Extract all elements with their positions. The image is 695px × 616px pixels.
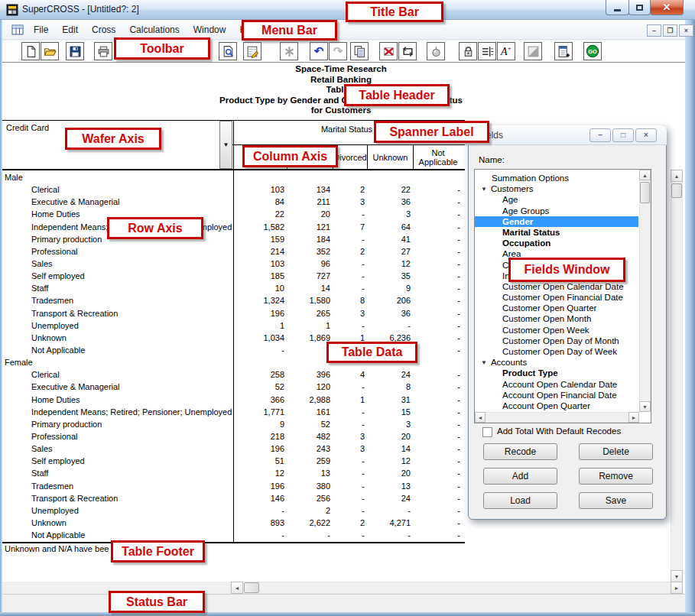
table-cell[interactable]: 10	[233, 282, 289, 294]
table-cell[interactable]: 2	[335, 517, 369, 529]
table-cell[interactable]: -	[335, 258, 369, 270]
table-cell[interactable]: -	[335, 233, 369, 245]
font-size-button[interactable]: A+	[497, 42, 515, 60]
table-cell[interactable]: -	[369, 319, 415, 332]
table-cell[interactable]: -	[289, 529, 335, 541]
open-folder-button[interactable]	[41, 42, 59, 60]
table-cell[interactable]: 13	[369, 480, 415, 492]
row-label[interactable]: Professional	[2, 430, 233, 443]
table-cell[interactable]: 12	[369, 258, 415, 270]
mdi-minimize-button[interactable]: –	[647, 24, 661, 37]
scroll-down-button[interactable]: ▼	[671, 570, 683, 582]
fields-scroll-up-button[interactable]: ▲	[639, 170, 651, 180]
add-total-checkbox[interactable]	[482, 427, 492, 437]
table-cell[interactable]: 2	[289, 504, 335, 517]
table-cell[interactable]: 893	[233, 517, 289, 529]
save-button[interactable]: Save	[579, 492, 653, 509]
jacks-button[interactable]	[280, 42, 298, 60]
row-label[interactable]: Tradesmen	[2, 480, 233, 492]
delete-button[interactable]: Delete	[579, 443, 653, 460]
column-header[interactable]: Not Applicable	[413, 145, 463, 170]
table-cell[interactable]: 366	[233, 394, 289, 406]
table-cell[interactable]: 3	[335, 443, 369, 455]
table-cell[interactable]: 3	[369, 208, 415, 220]
table-cell[interactable]: 41	[369, 233, 415, 245]
field-item[interactable]: Marital Status	[475, 227, 638, 238]
table-cell[interactable]: 22	[233, 208, 289, 220]
row-label[interactable]: Staff	[2, 467, 233, 479]
table-cell[interactable]: -	[415, 282, 465, 294]
menu-calculations[interactable]: Calculations	[122, 21, 186, 38]
table-cell[interactable]: 13	[289, 467, 335, 479]
table-cell[interactable]: -	[415, 344, 465, 356]
swatch-button[interactable]	[524, 42, 542, 60]
table-cell[interactable]: 8	[369, 381, 415, 393]
table-cell[interactable]: 265	[289, 307, 335, 319]
row-label[interactable]: Not Applicable	[2, 529, 233, 541]
row-label[interactable]: Unemployed	[2, 504, 233, 517]
print-preview-button[interactable]	[219, 42, 237, 60]
table-cell[interactable]: 2,622	[289, 517, 335, 529]
table-cell[interactable]: 3	[369, 418, 415, 430]
table-cell[interactable]: 51	[233, 455, 289, 467]
table-cell[interactable]: 15	[369, 406, 415, 418]
table-cell[interactable]	[289, 171, 335, 183]
table-cell[interactable]: 103	[233, 183, 289, 196]
field-item[interactable]: ▼Accounts	[475, 357, 638, 368]
table-cell[interactable]: 8	[335, 294, 369, 306]
fields-close-button[interactable]: ×	[635, 128, 657, 142]
table-cell[interactable]: -	[415, 294, 465, 306]
row-label[interactable]: Executive & Managerial	[2, 381, 233, 393]
table-cell[interactable]: 196	[233, 443, 289, 455]
table-cell[interactable]: 1,771	[233, 406, 289, 418]
table-cell[interactable]: 9	[233, 418, 289, 430]
table-cell[interactable]: 196	[233, 480, 289, 492]
close-button[interactable]: ✕	[650, 0, 684, 15]
table-cell[interactable]: -	[415, 430, 465, 443]
scroll-right-button[interactable]: ►	[671, 582, 683, 594]
row-label[interactable]: Unemployed	[2, 319, 233, 332]
horizontal-scroll-thumb[interactable]	[244, 582, 259, 593]
table-cell[interactable]: 3	[335, 430, 369, 443]
table-cell[interactable]: -	[369, 504, 415, 517]
row-label[interactable]: Professional	[2, 245, 233, 258]
table-cell[interactable]: 1,580	[289, 294, 335, 306]
fields-scroll-down-button[interactable]: ▼	[639, 401, 651, 412]
table-cell[interactable]: -	[415, 233, 465, 245]
table-cell[interactable]: 7	[335, 221, 369, 233]
table-cell[interactable]: -	[415, 183, 465, 196]
table-cell[interactable]: 96	[289, 258, 335, 270]
table-cell[interactable]: -	[415, 270, 465, 282]
table-cell[interactable]: 396	[289, 368, 335, 381]
new-document-button[interactable]	[21, 42, 40, 60]
table-cell[interactable]: 36	[369, 196, 415, 208]
add-button[interactable]: Add	[483, 468, 557, 485]
vertical-scrollbar[interactable]	[671, 170, 683, 582]
table-cell[interactable]: 103	[233, 258, 289, 270]
table-cell[interactable]: -	[415, 480, 465, 492]
table-cell[interactable]: 84	[233, 196, 289, 208]
fields-minimize-button[interactable]: –	[589, 128, 611, 142]
table-cell[interactable]: -	[335, 504, 369, 517]
table-cell[interactable]: 1,034	[233, 332, 289, 344]
table-cell[interactable]: 1,582	[233, 221, 289, 233]
field-item[interactable]: Product Type	[475, 368, 638, 378]
table-cell[interactable]: 12	[233, 467, 289, 479]
table-cell[interactable]: 482	[289, 430, 335, 443]
field-item[interactable]: Customer Open Day of Month	[475, 336, 638, 346]
table-cell[interactable]: -	[415, 517, 465, 529]
table-cell[interactable]: -	[415, 504, 465, 517]
vertical-scroll-thumb[interactable]	[671, 183, 682, 198]
table-cell[interactable]: -	[415, 258, 465, 270]
row-label[interactable]: Self employed	[2, 455, 233, 467]
row-label[interactable]: Sales	[2, 443, 233, 455]
table-cell[interactable]: 20	[289, 208, 335, 220]
table-cell[interactable]: 1	[335, 394, 369, 406]
save-button[interactable]	[66, 42, 84, 60]
mdi-restore-button[interactable]: ❐	[663, 24, 677, 37]
row-label[interactable]: Clerical	[2, 183, 233, 196]
table-cell[interactable]: -	[335, 282, 369, 294]
table-cell[interactable]: 120	[289, 381, 335, 393]
table-cell[interactable]: -	[335, 529, 369, 541]
table-cell[interactable]	[415, 171, 465, 183]
